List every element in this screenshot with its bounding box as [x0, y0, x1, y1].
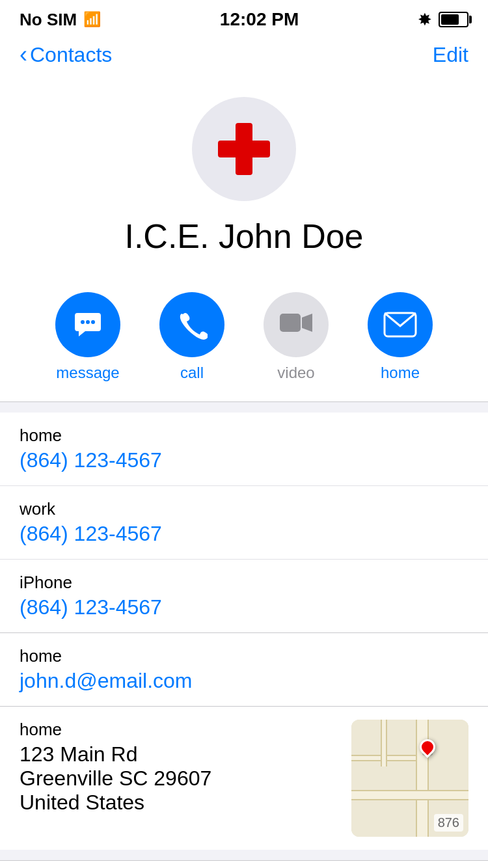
svg-rect-5	[280, 314, 301, 332]
map-street-label: 876	[434, 814, 463, 832]
map-pin	[420, 739, 435, 756]
address-row: home 123 Main Rd Greenville SC 29607 Uni…	[0, 707, 488, 850]
message-label: message	[56, 364, 119, 382]
svg-point-4	[91, 320, 95, 324]
message-icon	[72, 309, 103, 340]
phone-iphone-value[interactable]: (864) 123-4567	[20, 595, 468, 619]
svg-point-2	[81, 320, 85, 324]
phone-work-value[interactable]: (864) 123-4567	[20, 522, 468, 546]
profile-section: I.C.E. John Doe	[0, 77, 488, 282]
email-home-value[interactable]: john.d@email.com	[20, 669, 468, 693]
email-row-home: home john.d@email.com	[0, 633, 488, 706]
wifi-icon: 📶	[83, 11, 101, 28]
map-thumbnail[interactable]: 876	[351, 720, 468, 837]
call-button[interactable]	[159, 292, 224, 357]
back-button[interactable]: ‹ Contacts	[20, 43, 112, 67]
email-home-label: home	[20, 646, 468, 666]
status-bar: No SIM 📶 12:02 PM ✸	[0, 0, 488, 36]
status-right-icons: ✸	[418, 10, 468, 30]
svg-point-3	[86, 320, 90, 324]
bluetooth-icon: ✸	[418, 10, 432, 30]
phone-iphone-label: iPhone	[20, 573, 468, 593]
address-line2: Greenville SC 29607	[20, 766, 351, 791]
action-call[interactable]: call	[159, 292, 224, 382]
battery-icon	[439, 12, 468, 27]
action-row: message call video home	[0, 282, 488, 402]
chevron-left-icon: ‹	[20, 43, 27, 66]
action-message[interactable]: message	[55, 292, 120, 382]
email-icon	[383, 312, 417, 338]
contact-name: I.C.E. John Doe	[124, 217, 363, 256]
phone-row-work: work (864) 123-4567	[0, 486, 488, 560]
back-label: Contacts	[30, 43, 112, 67]
carrier-label: No SIM	[20, 10, 77, 30]
nav-bar: ‹ Contacts Edit	[0, 36, 488, 77]
video-icon	[278, 311, 314, 338]
phone-icon	[176, 309, 208, 340]
phone-section: home (864) 123-4567 work (864) 123-4567 …	[0, 413, 488, 632]
address-label: home	[20, 720, 351, 740]
email-section: home john.d@email.com	[0, 632, 488, 706]
address-line3: United States	[20, 791, 351, 815]
phone-row-home: home (864) 123-4567	[0, 413, 488, 486]
phone-home-label: home	[20, 426, 468, 446]
svg-marker-6	[302, 314, 312, 332]
status-carrier-wifi: No SIM 📶	[20, 10, 101, 30]
action-home-email[interactable]: home	[368, 292, 433, 382]
address-line1[interactable]: 123 Main Rd	[20, 742, 351, 766]
phone-home-value[interactable]: (864) 123-4567	[20, 448, 468, 472]
avatar	[192, 97, 296, 201]
email-button[interactable]	[368, 292, 433, 357]
address-text: home 123 Main Rd Greenville SC 29607 Uni…	[20, 720, 351, 815]
phone-work-label: work	[20, 499, 468, 519]
medical-cross-icon	[215, 120, 273, 178]
phone-row-iphone: iPhone (864) 123-4567	[0, 560, 488, 632]
notes-section: Notes	[0, 860, 488, 868]
svg-rect-1	[218, 141, 270, 157]
video-label: video	[277, 364, 314, 382]
home-email-label: home	[381, 364, 420, 382]
address-section: home 123 Main Rd Greenville SC 29607 Uni…	[0, 706, 488, 850]
message-button[interactable]	[55, 292, 120, 357]
status-time: 12:02 PM	[220, 9, 299, 30]
video-button[interactable]	[264, 292, 329, 357]
call-label: call	[180, 364, 204, 382]
notes-row: Notes	[0, 861, 488, 868]
action-video[interactable]: video	[264, 292, 329, 382]
edit-button[interactable]: Edit	[433, 43, 468, 67]
